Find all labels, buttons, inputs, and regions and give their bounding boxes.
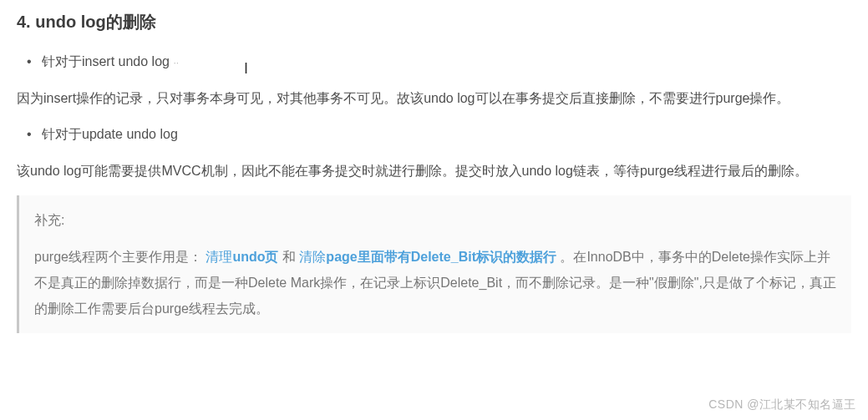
highlight-text: 清除 xyxy=(299,250,326,264)
list-item: 针对于insert undo log ·· xyxy=(42,50,851,74)
note-box: 补充: purge线程两个主要作用是： 清理undo页 和 清除page里面带有… xyxy=(17,195,851,333)
highlight-bold-text: page里面带有Delete_Bit标识的数据行 xyxy=(326,250,556,264)
note-title: 补充: xyxy=(34,207,836,233)
bullet-list-2: 针对于update undo log xyxy=(17,123,851,147)
list-item: 针对于update undo log xyxy=(42,123,851,147)
list-item-text: 针对于update undo log xyxy=(42,127,178,141)
bullet-list-1: 针对于insert undo log ·· xyxy=(17,50,851,74)
highlight-text: 清理 xyxy=(206,250,232,264)
paragraph: 因为insert操作的记录，只对事务本身可见，对其他事务不可见。故该undo l… xyxy=(17,86,851,111)
highlight-bold-text: undo页 xyxy=(232,250,278,264)
trailing-dots: ·· xyxy=(173,57,179,68)
note-text: 和 xyxy=(278,250,299,264)
note-body: purge线程两个主要作用是： 清理undo页 和 清除page里面带有Dele… xyxy=(34,244,836,322)
note-text: purge线程两个主要作用是： xyxy=(34,250,206,264)
paragraph: 该undo log可能需要提供MVCC机制，因此不能在事务提交时就进行删除。提交… xyxy=(17,159,851,184)
document-body: 4. undo log的删除 针对于insert undo log ·· 因为i… xyxy=(0,0,868,333)
list-item-text: 针对于insert undo log xyxy=(42,54,170,68)
text-cursor-icon: I xyxy=(244,52,248,78)
section-heading: 4. undo log的删除 xyxy=(17,7,851,37)
